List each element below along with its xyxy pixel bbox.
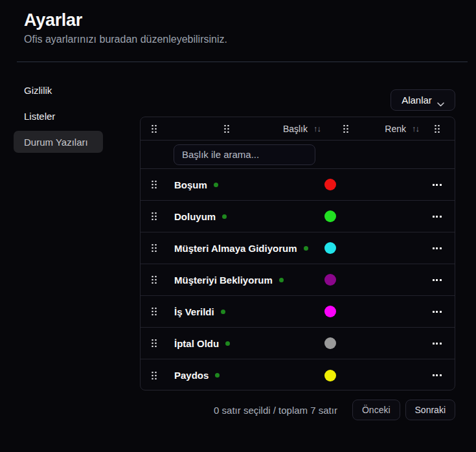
status-title-cell: İş Verildi: [168, 306, 321, 317]
sidebar-item-listeler[interactable]: Listeler: [14, 105, 103, 127]
row-actions-menu-icon[interactable]: [419, 184, 455, 186]
settings-sidebar: Gizlilik Listeler Durum Yazıları: [14, 79, 103, 157]
status-title: İptal Oldu: [174, 338, 219, 349]
status-table: Başlık ↑↓ Renk ↑↓ Boşum: [140, 117, 455, 390]
drag-handle-icon[interactable]: [141, 212, 168, 221]
active-status-dot-icon: [214, 183, 218, 187]
table-header-row: Başlık ↑↓ Renk ↑↓: [141, 117, 455, 141]
chevron-down-icon: [437, 98, 444, 102]
drag-handle-icon[interactable]: [141, 180, 168, 189]
row-actions-menu-icon[interactable]: [419, 279, 455, 281]
table-row[interactable]: Doluyum: [141, 201, 455, 232]
status-color-cell: [321, 179, 419, 190]
status-title: Boşum: [174, 179, 207, 190]
active-status-dot-icon: [225, 341, 230, 346]
row-actions-menu-icon[interactable]: [419, 216, 455, 218]
status-title: İş Verildi: [174, 306, 214, 317]
table-row[interactable]: İptal Oldu: [141, 328, 455, 359]
status-color-swatch[interactable]: [324, 242, 336, 254]
row-actions-menu-icon[interactable]: [419, 311, 455, 313]
previous-page-button[interactable]: Önceki: [352, 400, 400, 420]
drag-handle-icon[interactable]: [141, 339, 168, 348]
status-color-swatch[interactable]: [324, 179, 336, 190]
header-divider: [17, 62, 468, 62]
status-color-cell: [321, 274, 419, 286]
status-title: Doluyum: [174, 211, 216, 222]
status-title-cell: İptal Oldu: [168, 338, 321, 349]
status-color-cell: [321, 210, 419, 222]
drag-handle-icon[interactable]: [141, 124, 168, 133]
column-label-baslik: Başlık: [283, 124, 308, 134]
column-label-renk: Renk: [385, 124, 406, 134]
status-color-swatch[interactable]: [324, 274, 336, 286]
status-color-cell: [321, 370, 419, 381]
next-page-button[interactable]: Sonraki: [405, 400, 455, 420]
page-subtitle: Ofis ayarlarınızı buradan düzenleyebilir…: [24, 34, 227, 45]
active-status-dot-icon: [304, 246, 308, 251]
status-color-swatch[interactable]: [324, 306, 336, 317]
table-filter-row: [141, 141, 455, 169]
table-body: Boşum Doluyum Müşteri Almaya Gidiyorum: [141, 169, 455, 391]
column-header-row-drag[interactable]: [141, 124, 168, 133]
sort-icon[interactable]: ↑↓: [412, 124, 419, 133]
status-title: Müşteri Almaya Gidiyorum: [174, 243, 297, 254]
column-header-actions: [419, 124, 455, 133]
row-actions-menu-icon[interactable]: [419, 343, 455, 345]
fields-dropdown-label: Alanlar: [402, 95, 432, 106]
settings-page: Ayarlar Ofis ayarlarınızı buradan düzenl…: [0, 0, 476, 452]
sidebar-item-durum-yazilari[interactable]: Durum Yazıları: [14, 131, 103, 153]
fields-dropdown-button[interactable]: Alanlar: [391, 89, 455, 111]
drag-handle-icon[interactable]: [419, 124, 455, 133]
status-title-cell: Müşteri Almaya Gidiyorum: [168, 243, 321, 254]
active-status-dot-icon: [279, 278, 284, 282]
drag-handle-icon[interactable]: [326, 124, 365, 133]
drag-handle-icon[interactable]: [176, 124, 277, 133]
selection-summary: 0 satır seçildi / toplam 7 satır: [214, 405, 337, 416]
search-input[interactable]: [174, 144, 315, 165]
status-color-cell: [321, 242, 419, 254]
table-row[interactable]: Müşteriyi Bekliyorum: [141, 264, 455, 296]
pagination-footer: 0 satır seçildi / toplam 7 satır Önceki …: [214, 400, 455, 420]
drag-handle-icon[interactable]: [141, 275, 168, 284]
status-color-cell: [321, 306, 419, 317]
table-row[interactable]: Müşteri Almaya Gidiyorum: [141, 232, 455, 264]
active-status-dot-icon: [215, 373, 220, 378]
status-title-cell: Doluyum: [168, 211, 321, 222]
active-status-dot-icon: [221, 310, 225, 314]
status-title-cell: Müşteriyi Bekliyorum: [168, 275, 321, 286]
active-status-dot-icon: [222, 214, 227, 219]
status-color-swatch[interactable]: [324, 370, 336, 381]
status-title: Müşteriyi Bekliyorum: [174, 275, 273, 286]
status-title-cell: Paydos: [168, 370, 321, 381]
drag-handle-icon[interactable]: [141, 243, 168, 253]
status-title: Paydos: [174, 370, 209, 381]
status-title-cell: Boşum: [168, 179, 321, 190]
drag-handle-icon[interactable]: [141, 371, 168, 380]
row-actions-menu-icon[interactable]: [419, 374, 455, 376]
sidebar-item-gizlilik[interactable]: Gizlilik: [14, 79, 103, 101]
table-row[interactable]: Boşum: [141, 169, 455, 201]
column-header-renk: Renk ↑↓: [321, 124, 419, 134]
row-actions-menu-icon[interactable]: [419, 247, 455, 249]
table-row[interactable]: Paydos: [141, 359, 455, 391]
sort-icon[interactable]: ↑↓: [313, 124, 321, 133]
column-header-baslik: Başlık ↑↓: [168, 124, 321, 134]
status-color-swatch[interactable]: [324, 337, 336, 349]
page-title: Ayarlar: [24, 10, 82, 30]
status-color-cell: [321, 337, 419, 349]
drag-handle-icon[interactable]: [141, 307, 168, 316]
status-color-swatch[interactable]: [324, 210, 336, 222]
table-row[interactable]: İş Verildi: [141, 296, 455, 328]
